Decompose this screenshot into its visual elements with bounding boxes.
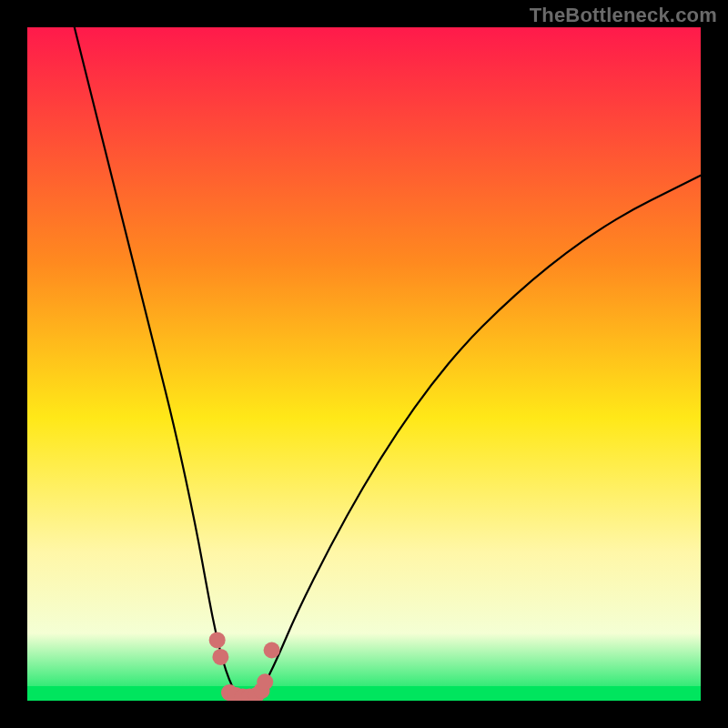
green-baseline-band [27, 686, 701, 701]
gradient-background [27, 27, 701, 701]
outer-frame: TheBottleneck.com [0, 0, 728, 728]
plot-area [27, 27, 701, 701]
marker-dot [212, 649, 228, 665]
attribution-text: TheBottleneck.com [530, 4, 717, 27]
marker-dot [264, 642, 280, 659]
marker-dot [257, 673, 273, 690]
marker-dot [209, 632, 226, 648]
chart-svg [27, 27, 701, 701]
